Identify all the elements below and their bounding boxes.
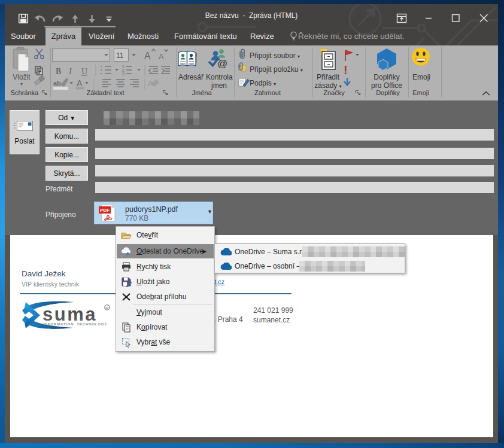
svg-text:PDF: PDF [100, 208, 110, 213]
svg-text:A: A [144, 51, 151, 61]
svg-text:INFORMATION TECHNOLOGY: INFORMATION TECHNOLOGY [43, 322, 107, 326]
svg-text:A: A [148, 80, 153, 88]
svg-text:!: ! [344, 63, 348, 77]
svg-text:@: @ [217, 58, 227, 69]
svg-text:I: I [68, 67, 72, 76]
svg-text:11: 11 [116, 51, 124, 60]
svg-text:3: 3 [122, 72, 125, 76]
svg-text:U: U [81, 67, 87, 76]
svg-text:B: B [56, 67, 61, 76]
svg-text:A: A [77, 78, 83, 88]
svg-text:A: A [159, 52, 164, 61]
svg-text:R: R [106, 306, 109, 310]
svg-text:ab: ab [53, 80, 61, 87]
